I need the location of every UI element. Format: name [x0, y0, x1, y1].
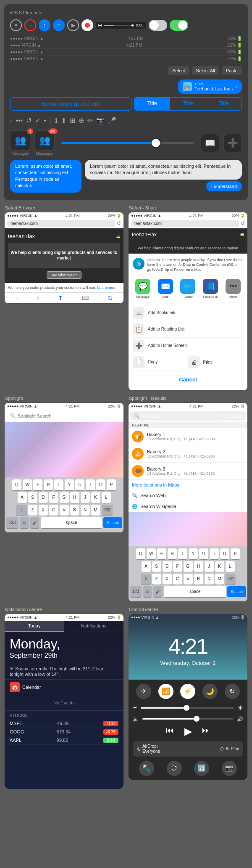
- res-key-j[interactable]: J: [205, 561, 214, 572]
- key-space[interactable]: space: [41, 517, 102, 528]
- result-item-2[interactable]: 🎂 Bakery 2 13 Address Rd, City · +1 (416…: [129, 445, 247, 463]
- res-key-t[interactable]: T: [178, 548, 187, 559]
- info-icon[interactable]: ℹ: [55, 116, 58, 124]
- copy-button[interactable]: Button copy goes here: [10, 97, 131, 111]
- share-cancel-button[interactable]: Cancel: [133, 373, 243, 386]
- share-bookmark-action[interactable]: 📖 Add Bookmark: [133, 305, 243, 321]
- key-x[interactable]: X: [39, 505, 48, 516]
- key-p[interactable]: P: [107, 479, 116, 490]
- key-backspace[interactable]: ⌫: [102, 505, 113, 516]
- res-key-z[interactable]: Z: [152, 574, 161, 585]
- safari-forward-icon[interactable]: ›: [37, 294, 39, 302]
- key-r[interactable]: R: [44, 479, 53, 490]
- cc-prev-btn[interactable]: ⏮: [166, 725, 174, 737]
- share-print-action[interactable]: 🖨 Print: [188, 354, 244, 370]
- key-j[interactable]: J: [81, 492, 90, 503]
- res-key-u[interactable]: U: [199, 548, 208, 559]
- key-q[interactable]: Q: [12, 479, 21, 490]
- key-u[interactable]: U: [75, 479, 84, 490]
- key-i[interactable]: I: [86, 479, 95, 490]
- slider-track[interactable]: [61, 142, 194, 144]
- res-key-s[interactable]: S: [152, 561, 161, 572]
- res-key-b[interactable]: B: [194, 574, 203, 585]
- seg-item-0[interactable]: Title: [134, 98, 170, 110]
- res-key-n[interactable]: N: [205, 574, 214, 585]
- res-key-o[interactable]: O: [220, 548, 229, 559]
- tab-today[interactable]: Today: [5, 621, 64, 632]
- results-cancel-btn[interactable]: Cancel: [228, 413, 242, 418]
- cc-next-btn[interactable]: ⏭: [202, 725, 210, 737]
- seg-item-2[interactable]: Title: [206, 98, 242, 110]
- share-url[interactable]: teehanlax.com: [131, 220, 239, 227]
- share-readinglist-action[interactable]: 📋 Add to Reading List: [133, 321, 243, 338]
- spotlight-cancel-btn[interactable]: Cancel: [104, 413, 118, 418]
- cc-rotation-btn[interactable]: ↻: [225, 684, 240, 699]
- cc-dnd-btn[interactable]: 🌙: [202, 684, 218, 699]
- spotlight-search-input[interactable]: [18, 413, 102, 418]
- res-key-backspace[interactable]: ⌫: [226, 574, 236, 585]
- share-message-app[interactable]: 💬 Message: [135, 279, 150, 299]
- camera-icon[interactable]: 📷: [96, 116, 105, 124]
- key-o[interactable]: O: [96, 479, 105, 490]
- safari-bookmarks-icon[interactable]: 📖: [82, 294, 89, 302]
- search-wiki-item[interactable]: 🌐 Search Wikipedia: [129, 501, 247, 512]
- cc-brightness-thumb[interactable]: [184, 705, 189, 711]
- edit-icon[interactable]: ✏: [87, 116, 93, 124]
- toggle-on[interactable]: [170, 20, 188, 31]
- cc-volume-thumb[interactable]: [194, 716, 200, 722]
- add-app-icon[interactable]: ➕: [223, 134, 242, 152]
- messages-icon-1[interactable]: 1 👥 Messages: [10, 130, 30, 156]
- res-key-p[interactable]: P: [231, 548, 240, 559]
- share-mail-app[interactable]: ✉️ Mail: [158, 279, 173, 299]
- minus-button[interactable]: −: [24, 19, 36, 31]
- close-button[interactable]: ✕: [10, 19, 22, 31]
- search-web-item[interactable]: 🔍 Search Web: [129, 490, 247, 501]
- res-key-h[interactable]: H: [194, 561, 203, 572]
- key-m[interactable]: M: [91, 505, 100, 516]
- res-key-space[interactable]: space: [164, 586, 226, 597]
- res-key-e[interactable]: E: [157, 548, 166, 559]
- cc-play-btn[interactable]: ▶: [184, 725, 192, 737]
- safari-cta-button[interactable]: See what we do: [47, 271, 81, 279]
- select-all-button[interactable]: Select All: [192, 66, 219, 75]
- res-key-k[interactable]: K: [215, 561, 224, 572]
- key-a[interactable]: A: [18, 492, 27, 503]
- check-icon[interactable]: ✓: [35, 116, 40, 124]
- cc-volume-track[interactable]: [142, 718, 234, 720]
- res-key-y[interactable]: Y: [189, 548, 198, 559]
- next-icon[interactable]: ⏭: [131, 23, 134, 27]
- key-w[interactable]: W: [23, 479, 32, 490]
- safari-back-icon[interactable]: ‹: [16, 294, 18, 302]
- res-key-emoji[interactable]: ☺: [143, 586, 152, 597]
- key-d[interactable]: D: [39, 492, 48, 503]
- key-shift[interactable]: ⇧: [16, 505, 27, 516]
- res-key-r[interactable]: R: [168, 548, 177, 559]
- res-key-i[interactable]: I: [210, 548, 219, 559]
- safari-url[interactable]: teehanlax.com: [7, 220, 115, 227]
- key-z[interactable]: Z: [28, 505, 37, 516]
- safari-tabs-icon[interactable]: ⧉: [108, 294, 112, 302]
- toggle-off[interactable]: [149, 20, 167, 31]
- cc-camera-btn[interactable]: 📷: [222, 761, 237, 776]
- back-icon[interactable]: ‹: [10, 117, 12, 124]
- cc-wifi-btn[interactable]: 📶: [158, 684, 173, 699]
- messages-icon-2[interactable]: 601 👥 Messages: [34, 130, 55, 156]
- res-key-a[interactable]: A: [142, 561, 151, 572]
- up2-button[interactable]: ↑: [53, 19, 65, 31]
- key-search[interactable]: Search: [103, 517, 122, 528]
- key-n[interactable]: N: [81, 505, 90, 516]
- cc-airplay-btn[interactable]: ⬡ AirPlay: [220, 744, 239, 754]
- share-homescreen-action[interactable]: ➕ Add to Home Screen: [133, 338, 243, 354]
- res-key-c[interactable]: C: [173, 574, 182, 585]
- res-key-q[interactable]: Q: [136, 548, 145, 559]
- cc-bluetooth-btn[interactable]: ⚡: [180, 684, 195, 699]
- safari-reload-icon[interactable]: ↺: [117, 220, 121, 226]
- res-key-d[interactable]: D: [163, 561, 172, 572]
- share-reload-icon[interactable]: ↺: [241, 220, 245, 226]
- res-key-m[interactable]: M: [215, 574, 224, 585]
- grid-icon[interactable]: ⊞: [70, 116, 75, 124]
- safari-share-icon[interactable]: ⬆: [58, 294, 63, 302]
- key-g[interactable]: G: [60, 492, 69, 503]
- res-key-f[interactable]: F: [173, 561, 182, 572]
- cc-brightness-track[interactable]: [141, 707, 234, 709]
